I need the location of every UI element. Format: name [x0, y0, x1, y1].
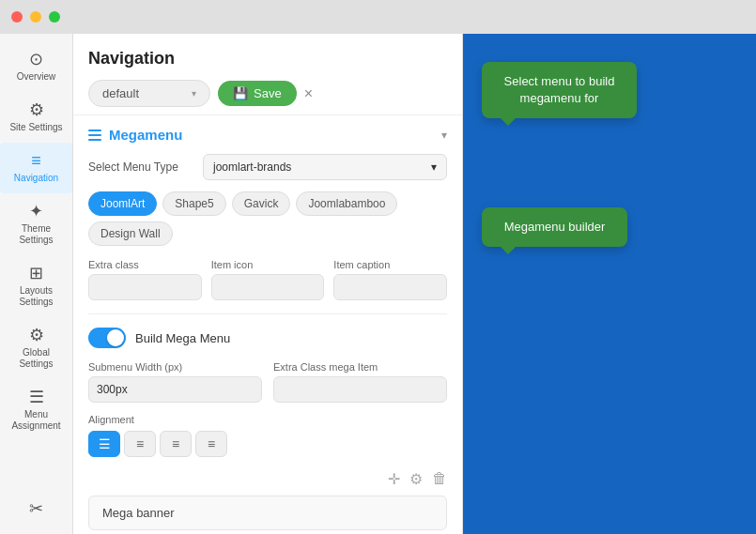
item-icon-label: Item icon: [211, 259, 325, 270]
tools-icon: ✂: [29, 500, 43, 517]
align-center-button[interactable]: ≡: [124, 431, 156, 457]
preview-area: Select menu to build megamenu for Megame…: [463, 34, 756, 534]
hamburger-icon: [88, 130, 101, 141]
extra-class-mega-input[interactable]: [273, 376, 447, 403]
build-mega-menu-toggle-row: Build Mega Menu: [88, 324, 447, 348]
item-fields-row: Extra class Item icon Item caption: [88, 259, 447, 300]
align-justify-button[interactable]: ≡: [195, 431, 227, 457]
sidebar-label-global-settings: Global Settings: [6, 347, 67, 370]
megamenu-title: Megamenu: [88, 127, 182, 143]
panel-toolbar: default ▾ 💾 Save ×: [88, 80, 447, 107]
sidebar-item-navigation[interactable]: ≡ Navigation: [0, 143, 72, 193]
sidebar: ⊙ Overview ⚙ Site Settings ≡ Navigation …: [0, 34, 73, 534]
align-left-button[interactable]: ☰: [88, 431, 120, 457]
item-icon-input[interactable]: [211, 274, 325, 300]
delete-tool-icon[interactable]: 🗑: [432, 470, 447, 488]
submenu-width-label: Submenu Width (px): [88, 361, 262, 373]
submenu-width-input[interactable]: 300px: [88, 376, 262, 403]
layouts-settings-icon: ⊞: [29, 265, 43, 282]
row-tools: ✛ ⚙ 🗑: [88, 470, 447, 488]
mega-banner: Mega banner: [88, 496, 447, 530]
alignment-label: Alignment: [88, 414, 447, 425]
overview-icon: ⊙: [29, 51, 43, 68]
sidebar-label-overview: Overview: [17, 71, 56, 83]
save-label: Save: [254, 86, 282, 100]
close-button[interactable]: [11, 11, 23, 23]
sidebar-item-tools[interactable]: ✂: [0, 491, 72, 526]
sidebar-item-overview[interactable]: ⊙ Overview: [0, 41, 72, 92]
app-container: ⊙ Overview ⚙ Site Settings ≡ Navigation …: [0, 34, 756, 534]
item-caption-field: Item caption: [333, 259, 447, 300]
sidebar-label-menu-assignment: Menu Assignment: [6, 409, 67, 432]
sidebar-label-theme-settings: Theme Settings: [6, 223, 67, 246]
megamenu-section-header: Megamenu ▾: [88, 127, 447, 143]
extra-class-mega-field: Extra Class mega Item: [273, 361, 447, 403]
submenu-extra-row: Submenu Width (px) 300px Extra Class meg…: [88, 361, 447, 403]
select-menu-type-label: Select Menu Type: [88, 160, 192, 174]
toggle-knob: [107, 329, 124, 346]
move-tool-icon[interactable]: ✛: [388, 470, 400, 488]
titlebar: [0, 0, 756, 34]
tab-gavick[interactable]: Gavick: [232, 191, 291, 216]
panel-body: Megamenu ▾ Select Menu Type joomlart-bra…: [73, 115, 462, 534]
alignment-buttons: ☰ ≡ ≡ ≡: [88, 431, 447, 457]
sidebar-item-theme-settings[interactable]: ✦ Theme Settings: [0, 193, 72, 255]
menu-assignment-icon: ☰: [29, 389, 44, 405]
megamenu-title-text: Megamenu: [109, 127, 182, 143]
alignment-section: Alignment ☰ ≡ ≡ ≡: [88, 414, 447, 457]
minimize-button[interactable]: [30, 11, 41, 23]
theme-settings-icon: ✦: [29, 203, 43, 220]
tooltip-select-menu-text: Select menu to build megamenu for: [504, 74, 615, 105]
settings-tool-icon[interactable]: ⚙: [409, 470, 423, 488]
sidebar-label-navigation: Navigation: [14, 173, 58, 184]
tooltip-select-menu: Select menu to build megamenu for: [482, 62, 637, 118]
sidebar-label-layouts-settings: Layouts Settings: [6, 285, 67, 308]
section-divider: [88, 313, 447, 314]
tooltip-megamenu-builder: Megamenu builder: [482, 207, 627, 247]
extra-class-label: Extra class: [88, 259, 202, 270]
section-collapse-icon[interactable]: ▾: [441, 129, 447, 142]
tab-shape5[interactable]: Shape5: [162, 191, 225, 216]
default-select[interactable]: default ▾: [88, 80, 210, 107]
align-right-button[interactable]: ≡: [160, 431, 192, 457]
sidebar-item-site-settings[interactable]: ⚙ Site Settings: [0, 92, 72, 143]
dropdown-chevron-icon: ▾: [431, 160, 437, 174]
submenu-width-field: Submenu Width (px) 300px: [88, 361, 262, 403]
extra-class-field: Extra class: [88, 259, 202, 300]
sidebar-item-global-settings[interactable]: ⚙ Global Settings: [0, 317, 72, 379]
sidebar-item-layouts-settings[interactable]: ⊞ Layouts Settings: [0, 255, 72, 317]
close-panel-button[interactable]: ×: [304, 85, 313, 102]
build-mega-menu-label: Build Mega Menu: [135, 331, 230, 345]
item-icon-field: Item icon: [211, 259, 325, 300]
save-button[interactable]: 💾 Save: [218, 81, 297, 106]
mega-banner-text: Mega banner: [102, 506, 175, 520]
extra-class-mega-label: Extra Class mega Item: [273, 361, 447, 373]
global-settings-icon: ⚙: [29, 327, 44, 343]
sidebar-label-site-settings: Site Settings: [9, 122, 62, 133]
navigation-panel: Navigation default ▾ 💾 Save ×: [73, 34, 463, 534]
tab-joomlabamboo[interactable]: Joomlabamboo: [296, 191, 397, 216]
panel-header: Navigation default ▾ 💾 Save ×: [73, 34, 462, 115]
site-settings-icon: ⚙: [29, 101, 44, 118]
extra-class-input[interactable]: [88, 274, 202, 300]
maximize-button[interactable]: [49, 11, 60, 23]
brand-tabs: JoomlArt Shape5 Gavick Joomlabamboo Desi…: [88, 191, 447, 246]
build-mega-menu-toggle[interactable]: [88, 328, 126, 348]
select-menu-type-value: joomlart-brands: [213, 160, 291, 174]
save-icon: 💾: [233, 86, 248, 100]
item-caption-label: Item caption: [333, 259, 447, 270]
select-menu-type-dropdown[interactable]: joomlart-brands ▾: [203, 154, 447, 180]
panel-title: Navigation: [88, 49, 447, 69]
sidebar-item-menu-assignment[interactable]: ☰ Menu Assignment: [0, 379, 72, 441]
select-menu-type-row: Select Menu Type joomlart-brands ▾: [88, 154, 447, 180]
chevron-down-icon: ▾: [192, 88, 196, 99]
main-content: Navigation default ▾ 💾 Save ×: [73, 34, 756, 534]
default-select-value: default: [102, 86, 139, 100]
tooltip-megamenu-builder-text: Megamenu builder: [504, 220, 606, 234]
tab-joomlart[interactable]: JoomlArt: [88, 191, 157, 216]
item-caption-input[interactable]: [333, 274, 447, 300]
tab-design-wall[interactable]: Design Wall: [88, 221, 173, 246]
navigation-icon: ≡: [31, 152, 41, 169]
